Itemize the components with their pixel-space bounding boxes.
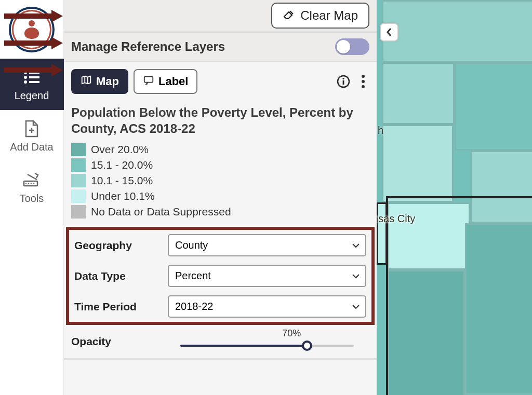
tab-map[interactable]: Map bbox=[71, 69, 128, 94]
reference-layers-toggle[interactable] bbox=[335, 38, 369, 55]
chevron-down-icon bbox=[352, 241, 360, 250]
opacity-value: 70% bbox=[282, 328, 301, 339]
county-shape bbox=[382, 62, 455, 125]
more-menu-button[interactable] bbox=[357, 73, 369, 90]
swatch-icon bbox=[71, 174, 86, 187]
svg-point-10 bbox=[342, 78, 344, 79]
rail-tools[interactable]: Tools bbox=[0, 161, 64, 213]
rail-tools-label: Tools bbox=[20, 193, 44, 205]
map-label-fragment: h bbox=[378, 125, 383, 137]
legend-item-label: Under 10.1% bbox=[91, 190, 155, 202]
timeperiod-label: Time Period bbox=[74, 301, 168, 313]
legend-item: No Data or Data Suppressed bbox=[71, 205, 369, 219]
county-shape bbox=[382, 125, 454, 202]
svg-point-4 bbox=[24, 80, 27, 84]
layer-controls-highlight: Geography County Data Type Percent Time … bbox=[66, 227, 375, 325]
geography-label: Geography bbox=[74, 239, 168, 252]
legend-item-label: 10.1 - 15.0% bbox=[91, 174, 153, 187]
timeperiod-select[interactable]: 2018-22 bbox=[168, 295, 366, 318]
state-boundary bbox=[386, 196, 388, 395]
city-label: nsas City bbox=[377, 213, 415, 225]
county-shape bbox=[387, 270, 465, 395]
county-shape bbox=[470, 151, 532, 223]
tab-map-label: Map bbox=[96, 75, 119, 88]
slider-thumb[interactable] bbox=[302, 340, 312, 351]
legend-item: 10.1 - 15.0% bbox=[71, 174, 369, 187]
legend-panel: Clear Map Manage Reference Layers Map La… bbox=[64, 0, 377, 395]
chevron-down-icon bbox=[352, 271, 360, 281]
annotation-arrow bbox=[2, 62, 64, 78]
rail-legend-label: Legend bbox=[15, 90, 49, 102]
legend-item-label: 15.1 - 20.0% bbox=[91, 159, 153, 171]
datatype-select[interactable]: Percent bbox=[168, 265, 366, 287]
legend-title: Population Below the Poverty Level, Perc… bbox=[71, 104, 369, 137]
svg-rect-9 bbox=[343, 80, 344, 85]
side-rail: Legend Add Data Tools bbox=[0, 0, 64, 395]
tools-icon bbox=[22, 171, 41, 189]
county-shape bbox=[377, 202, 387, 265]
legend-item: Under 10.1% bbox=[71, 189, 369, 203]
datatype-label: Data Type bbox=[74, 270, 168, 282]
info-button[interactable] bbox=[335, 73, 352, 90]
tab-label-text: Label bbox=[158, 75, 188, 88]
legend-item: Over 20.0% bbox=[71, 143, 369, 156]
swatch-icon bbox=[71, 205, 86, 219]
state-boundary bbox=[386, 196, 532, 198]
reference-layers-row[interactable]: Manage Reference Layers bbox=[64, 32, 377, 62]
swatch-icon bbox=[71, 189, 86, 203]
timeperiod-value[interactable]: 2018-22 bbox=[168, 295, 366, 318]
swatch-icon bbox=[71, 143, 86, 156]
collapse-panel-button[interactable] bbox=[380, 23, 398, 42]
label-icon bbox=[143, 74, 154, 89]
swatch-icon bbox=[71, 158, 86, 172]
legend-items: Over 20.0% 15.1 - 20.0% 10.1 - 15.0% Und… bbox=[71, 143, 369, 219]
datatype-value[interactable]: Percent bbox=[168, 265, 366, 287]
svg-rect-7 bbox=[144, 77, 153, 83]
legend-item-label: Over 20.0% bbox=[91, 143, 149, 156]
eraser-icon bbox=[283, 8, 295, 23]
map-icon bbox=[81, 74, 92, 89]
county-shape bbox=[465, 223, 532, 394]
tab-label[interactable]: Label bbox=[134, 69, 197, 94]
rail-add-data-label: Add Data bbox=[10, 141, 53, 153]
county-shape bbox=[382, 0, 532, 62]
legend-item-label: No Data or Data Suppressed bbox=[91, 206, 231, 218]
geography-select[interactable]: County bbox=[168, 234, 366, 256]
svg-rect-5 bbox=[29, 81, 39, 83]
add-data-icon bbox=[22, 119, 41, 138]
reference-layers-label: Manage Reference Layers bbox=[71, 39, 225, 54]
legend-item: 15.1 - 20.0% bbox=[71, 158, 369, 172]
clear-map-button[interactable]: Clear Map bbox=[271, 3, 369, 29]
county-shape bbox=[455, 62, 532, 151]
geography-value[interactable]: County bbox=[168, 234, 366, 256]
opacity-label: Opacity bbox=[71, 335, 165, 348]
annotation-arrow bbox=[2, 8, 64, 24]
clear-map-label: Clear Map bbox=[300, 8, 358, 23]
legend-block: Population Below the Poverty Level, Perc… bbox=[64, 96, 377, 227]
opacity-slider[interactable]: 70% bbox=[165, 330, 369, 353]
annotation-arrow bbox=[2, 35, 64, 51]
rail-add-data[interactable]: Add Data bbox=[0, 110, 64, 161]
chevron-down-icon bbox=[352, 302, 360, 311]
opacity-row: Opacity 70% bbox=[64, 325, 377, 360]
map-area[interactable]: h nsas City bbox=[377, 0, 532, 395]
